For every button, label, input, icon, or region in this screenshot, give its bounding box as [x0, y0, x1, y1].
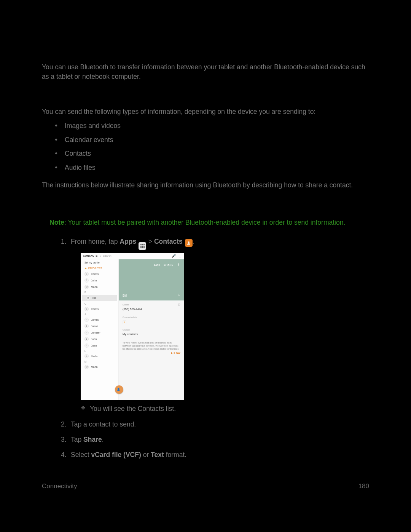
contacts-icon — [185, 239, 193, 247]
intro-paragraph: You can use Bluetooth to transfer inform… — [42, 62, 369, 82]
list-item-selected: BBill — [82, 295, 117, 301]
mock-detail-pane: EDIT SHARE ⋮ Bill ☆ Mobile (555) 555-444… — [119, 259, 184, 400]
contact-header: EDIT SHARE ⋮ Bill ☆ — [119, 259, 184, 300]
favorite-star-icon: ☆ — [177, 293, 180, 298]
mock-tab-contacts: CONTACTS — [83, 254, 97, 258]
info-types-list: Images and videos Calendar events Contac… — [55, 121, 369, 172]
note-prefix: Note — [49, 219, 64, 226]
subheading-sharecontact — [42, 202, 369, 210]
more-icon: ⋮ — [178, 253, 182, 259]
step1-mid: > — [148, 238, 154, 245]
step-item: From home, tap Apps > Contacts . CONTACT… — [61, 236, 369, 414]
letter-divider: L — [81, 349, 118, 353]
groups-value: My contacts — [123, 332, 180, 336]
edit-button: EDIT — [154, 264, 160, 266]
list-item: JJames — [81, 316, 118, 323]
list-item: JJohn — [81, 277, 118, 284]
share-button: SHARE — [164, 264, 174, 266]
document-page: You can use Bluetooth to transfer inform… — [0, 0, 411, 502]
footer-section: Connectivity — [42, 482, 77, 490]
set-my-profile: Set my profile — [81, 259, 118, 265]
groups-block: Groups My contacts — [119, 326, 184, 338]
list-item: Audio files — [55, 163, 369, 173]
step-item: Tap a contact to send. — [61, 419, 369, 429]
send-para: You can send the following types of info… — [42, 107, 369, 117]
search-placeholder: Search — [103, 254, 111, 258]
mic-icon: 🎤 — [172, 254, 176, 259]
step-result: You will see the Contacts list. — [81, 404, 369, 414]
step1-contacts: Contacts — [154, 238, 183, 245]
list-item: CCarlos — [81, 306, 118, 312]
list-item: Contacts — [55, 149, 369, 158]
steps-list: From home, tap Apps > Contacts . CONTACT… — [61, 236, 369, 460]
letter-divider: M — [81, 359, 118, 364]
allow-button: ALLOW — [123, 351, 180, 355]
subheading-sendtypes — [42, 93, 369, 102]
list-item: Images and videos — [55, 121, 369, 131]
phone-icon: ✆ — [178, 303, 180, 307]
instruction-paragraph: The instructions below illustrate sharin… — [42, 181, 369, 190]
list-item: MMaria — [81, 284, 118, 290]
heading-sendinfo — [42, 50, 369, 59]
note-text: : Your tablet must be paired with anothe… — [64, 219, 345, 226]
letter-divider: J — [81, 312, 118, 316]
list-item: JJennifer — [81, 329, 118, 336]
permission-block: To view recent events and a list of reco… — [119, 338, 184, 357]
phone-label: Mobile — [123, 303, 180, 307]
list-item: CCarlos — [81, 271, 118, 277]
letter-divider: C — [81, 302, 118, 306]
step1-pre: From home, tap — [71, 238, 119, 245]
list-item: Calendar events — [55, 135, 369, 145]
note-line: Note: Your tablet must be paired with an… — [49, 218, 369, 227]
google-icon: G — [123, 320, 126, 324]
permission-text: To view recent events and a list of reco… — [123, 341, 180, 350]
phone-block: Mobile (555) 555-4444 ✆ — [119, 300, 184, 313]
search-icon: ⌕ — [100, 254, 102, 258]
favorites-header: ★FAVORITES — [81, 265, 118, 271]
list-item: MMaria — [81, 364, 118, 370]
connected-label: Connected via — [123, 316, 180, 319]
list-item: JJuan — [81, 342, 118, 349]
more-icon: ⋮ — [177, 263, 180, 267]
list-item: JJohn — [81, 336, 118, 342]
step1-post: . — [193, 238, 195, 245]
contacts-screenshot: CONTACTS ⌕ Search 🎤 ⋮ Set my profile ★FA… — [81, 253, 184, 400]
star-icon: ★ — [84, 267, 87, 270]
mock-contact-list: Set my profile ★FAVORITES CCarlos JJohn … — [81, 259, 119, 400]
groups-label: Groups — [123, 328, 180, 332]
step1-apps: Apps — [119, 238, 136, 245]
mock-toolbar: CONTACTS ⌕ Search 🎤 ⋮ — [81, 253, 184, 259]
connected-block: Connected via G — [119, 313, 184, 326]
phone-value: (555) 555-4444 — [123, 307, 180, 311]
step-item: Select vCard file (VCF) or Text format. — [61, 450, 369, 460]
list-item: JJason — [81, 323, 118, 329]
list-item: LLinda — [81, 353, 118, 359]
svg-point-0 — [188, 241, 190, 243]
page-footer: Connectivity 180 — [42, 482, 369, 490]
apps-icon — [139, 242, 146, 250]
step-item: Tap Share. — [61, 435, 369, 444]
letter-divider: B — [81, 290, 118, 294]
contact-name: Bill — [123, 293, 127, 299]
footer-page-number: 180 — [358, 482, 369, 490]
